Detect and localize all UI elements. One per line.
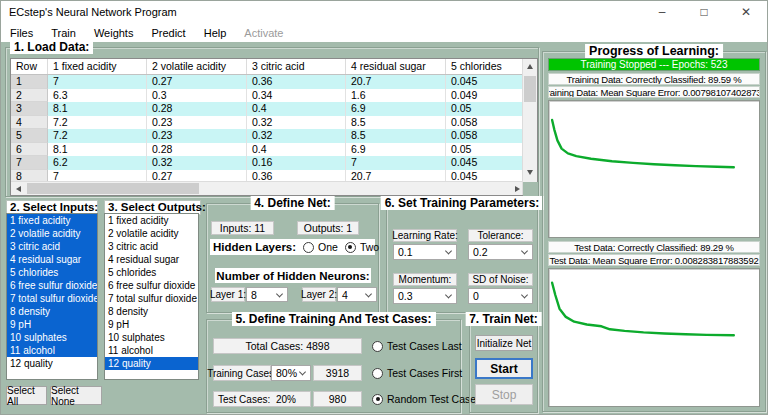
list-item[interactable]: 4 residual sugar bbox=[105, 253, 198, 266]
outputs-count-label: Outputs: 1 bbox=[297, 221, 359, 235]
table-row[interactable]: 38.10.280.46.90.05 bbox=[11, 102, 522, 116]
progress-group: Progress of Learning: Training Stopped -… bbox=[542, 51, 766, 412]
row-header: 7 bbox=[11, 156, 48, 170]
select-none-button[interactable]: Select None bbox=[50, 386, 102, 405]
list-item[interactable]: 6 free sulfur dioxide bbox=[105, 279, 198, 292]
radio-random-test-cases[interactable]: Random Test Cases bbox=[372, 393, 481, 405]
momentum-combo[interactable]: 0.3 bbox=[393, 288, 457, 304]
column-header: 2 volatile acidity bbox=[147, 59, 247, 74]
learning-rate-combo[interactable]: 0.1 bbox=[393, 244, 457, 260]
outputs-listbox[interactable]: 1 fixed acidity2 volatile acidity3 citri… bbox=[104, 213, 199, 380]
radio-circle-icon bbox=[372, 341, 383, 352]
menu-files[interactable]: Files bbox=[1, 27, 42, 39]
data-table-main: Row1 fixed acidity2 volatile acidity3 ci… bbox=[11, 59, 522, 195]
radio-hidden-two[interactable]: Two bbox=[345, 241, 379, 253]
table-row[interactable]: 57.20.230.328.50.058 bbox=[11, 129, 522, 143]
row-header: 4 bbox=[11, 116, 48, 130]
list-item[interactable]: 1 fixed acidity bbox=[105, 214, 198, 227]
horizontal-scrollbar[interactable] bbox=[11, 181, 524, 195]
list-item[interactable]: 8 density bbox=[105, 305, 198, 318]
maximize-button[interactable]: □ bbox=[683, 1, 725, 23]
table-cell: 8.1 bbox=[48, 143, 147, 157]
layer2-combo[interactable]: 4 bbox=[337, 287, 377, 302]
training-status-bar: Training Stopped --- Epochs: 523 bbox=[548, 58, 760, 71]
table-cell: 1.6 bbox=[346, 89, 446, 103]
table-row[interactable]: 68.10.280.46.90.05 bbox=[11, 143, 522, 157]
list-item[interactable]: 3 citric acid bbox=[105, 240, 198, 253]
cases-group: 5. Define Training And Test Cases: Total… bbox=[206, 319, 461, 413]
menu-weights[interactable]: Weights bbox=[85, 27, 143, 39]
table-cell: 6.9 bbox=[346, 143, 446, 157]
list-item[interactable]: 12 quality bbox=[105, 357, 198, 370]
list-item[interactable]: 6 free sulfur dioxide bbox=[7, 279, 97, 292]
window-title: ECstep's Neural Network Program bbox=[1, 6, 177, 18]
table-cell: 0.34 bbox=[247, 89, 346, 103]
vertical-scrollbar[interactable] bbox=[522, 59, 537, 195]
minimize-button[interactable]: – bbox=[641, 1, 683, 23]
start-button[interactable]: Start bbox=[475, 358, 533, 379]
menu-help[interactable]: Help bbox=[195, 27, 236, 39]
tolerance-combo[interactable]: 0.2 bbox=[468, 244, 533, 260]
load-data-title: 1. Load Data: bbox=[10, 40, 93, 54]
list-item[interactable]: 2 volatile acidity bbox=[7, 227, 97, 240]
menu-train[interactable]: Train bbox=[42, 27, 85, 39]
list-item[interactable]: 8 density bbox=[7, 305, 97, 318]
data-table: Row1 fixed acidity2 volatile acidity3 ci… bbox=[10, 58, 538, 196]
select-all-button[interactable]: Select All bbox=[6, 386, 47, 405]
layer1-combo[interactable]: 8 bbox=[246, 287, 288, 302]
scroll-up-icon[interactable] bbox=[523, 59, 537, 73]
row-header: 3 bbox=[11, 102, 48, 116]
menu-predict[interactable]: Predict bbox=[142, 27, 194, 39]
load-data-group: 1. Load Data: Row1 fixed acidity2 volati… bbox=[5, 47, 539, 197]
radio-test-cases-last[interactable]: Test Cases Last bbox=[372, 340, 462, 352]
table-row[interactable]: 170.270.3620.70.045 bbox=[11, 75, 522, 89]
horizontal-scroll-thumb[interactable] bbox=[27, 183, 199, 194]
table-row[interactable]: 26.30.30.341.60.049 bbox=[11, 89, 522, 103]
list-item[interactable]: 2 volatile acidity bbox=[105, 227, 198, 240]
radio-test-cases-first[interactable]: Test Cases First bbox=[372, 367, 462, 379]
list-item[interactable]: 7 total sulfur dioxide bbox=[105, 292, 198, 305]
list-item[interactable]: 3 citric acid bbox=[7, 240, 97, 253]
table-cell: 6.2 bbox=[48, 156, 147, 170]
table-body: 170.270.3620.70.04526.30.30.341.60.04938… bbox=[11, 75, 522, 183]
list-item[interactable]: 9 pH bbox=[7, 318, 97, 331]
table-cell: 20.7 bbox=[346, 75, 446, 89]
table-row[interactable]: 76.20.320.1670.045 bbox=[11, 156, 522, 170]
table-cell: 0.058 bbox=[446, 116, 522, 130]
sd-noise-combo[interactable]: 0 bbox=[468, 288, 533, 304]
list-item[interactable]: 5 chlorides bbox=[7, 266, 97, 279]
radio-two-label: Two bbox=[360, 241, 379, 253]
scroll-left-icon[interactable] bbox=[11, 182, 25, 195]
sd-noise-value: 0 bbox=[473, 290, 479, 302]
tolerance-label: Tolerance: bbox=[468, 229, 533, 242]
scroll-down-icon[interactable] bbox=[523, 165, 537, 179]
table-cell: 6.3 bbox=[48, 89, 147, 103]
table-cell: 8.5 bbox=[346, 116, 446, 130]
initialize-net-button[interactable]: Initialize Net bbox=[475, 335, 533, 351]
vertical-scroll-thumb[interactable] bbox=[524, 76, 536, 102]
table-cell: 7 bbox=[346, 156, 446, 170]
inputs-listbox[interactable]: 1 fixed acidity2 volatile acidity3 citri… bbox=[6, 213, 98, 380]
list-item[interactable]: 1 fixed acidity bbox=[7, 214, 97, 227]
list-item[interactable]: 9 pH bbox=[105, 318, 198, 331]
list-item[interactable]: 10 sulphates bbox=[7, 331, 97, 344]
radio-hidden-one[interactable]: One bbox=[303, 241, 338, 253]
list-item[interactable]: 4 residual sugar bbox=[7, 253, 97, 266]
training-error-curve bbox=[549, 101, 759, 237]
list-item[interactable]: 5 chlorides bbox=[105, 266, 198, 279]
table-cell: 0.32 bbox=[147, 156, 247, 170]
list-item[interactable]: 12 quality bbox=[7, 357, 97, 370]
layer2-label: Layer 2: bbox=[302, 287, 336, 302]
layer1-label: Layer 1: bbox=[211, 287, 245, 302]
training-params-group: 6. Set Training Parameters: Learning Rat… bbox=[386, 203, 538, 313]
list-item[interactable]: 7 total sulfur dioxide bbox=[7, 292, 97, 305]
table-cell: 0.045 bbox=[446, 75, 522, 89]
training-pct-combo[interactable]: 80% bbox=[271, 365, 311, 381]
table-cell: 0.4 bbox=[247, 143, 346, 157]
list-item[interactable]: 11 alcohol bbox=[7, 344, 97, 357]
list-item[interactable]: 10 sulphates bbox=[105, 331, 198, 344]
test-mse-bar: Test Data: Mean Square Error: 0.00828381… bbox=[548, 254, 760, 266]
list-item[interactable]: 11 alcohol bbox=[105, 344, 198, 357]
close-button[interactable]: ✕ bbox=[725, 1, 767, 23]
table-row[interactable]: 47.20.230.328.50.058 bbox=[11, 116, 522, 130]
